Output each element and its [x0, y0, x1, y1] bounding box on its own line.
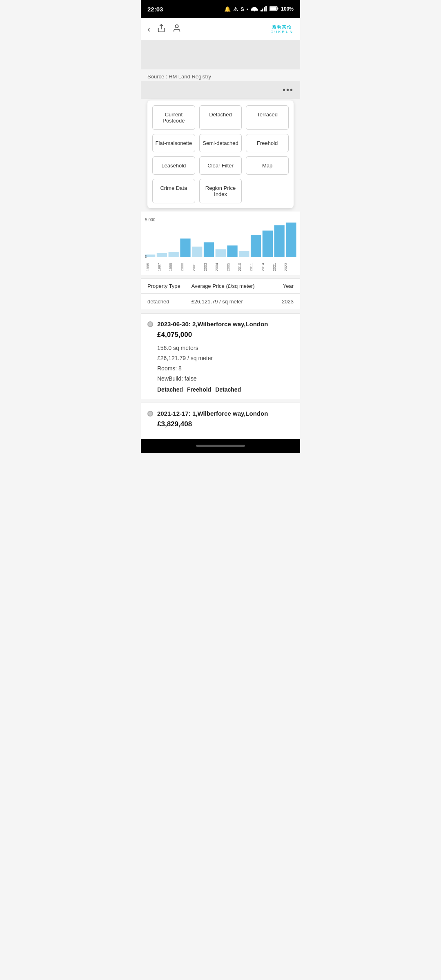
filter-menu: Current PostcodeDetachedTerracedFlat-mai…	[147, 100, 294, 208]
filter-btn-detached[interactable]: Detached	[199, 105, 242, 130]
data-table: Property Type Average Price (£/sq meter)…	[141, 278, 300, 310]
nav-bar: ‹ 跑动英伦 CUKRUN	[141, 18, 300, 41]
bar-2000	[180, 238, 190, 257]
bar-2010	[239, 251, 249, 257]
listing-header: 2021-12-17: 1,Wilberforce way,London	[147, 410, 294, 418]
ad-banner	[141, 41, 300, 69]
svg-rect-1	[262, 9, 263, 11]
svg-text:5,000: 5,000	[145, 218, 156, 222]
listing-address: 2023-06-30: 2,Wilberforce way,London	[157, 320, 268, 328]
bar-2011	[251, 235, 261, 257]
x-label-2014: 2014	[261, 263, 272, 271]
svg-rect-0	[261, 10, 262, 11]
bar-chart: 5,0000	[144, 216, 297, 261]
col1-header: Property Type	[147, 283, 191, 289]
listing-tag: Detached	[215, 386, 241, 393]
x-label-2011: 2011	[249, 263, 261, 271]
bar-2023	[286, 223, 296, 257]
listing-tag: Detached	[157, 386, 183, 393]
bar-2001	[192, 247, 202, 257]
filter-btn-terraced[interactable]: Terraced	[246, 105, 289, 130]
app-logo: 跑动英伦 CUKRUN	[270, 24, 294, 34]
warning-icon: ⚠	[233, 6, 238, 12]
x-label-2023: 2023	[284, 263, 295, 271]
listing-address: 2021-12-17: 1,Wilberforce way,London	[157, 410, 268, 418]
home-bar	[196, 445, 245, 447]
more-options-bar: •••	[141, 81, 300, 99]
status-time: 22:03	[147, 6, 163, 13]
filter-btn-map[interactable]: Map	[246, 156, 289, 175]
listings-container: 2023-06-30: 2,Wilberforce way,London £4,…	[141, 313, 300, 439]
detail-line: £26,121.79 / sq meter	[157, 353, 294, 363]
x-label-2004: 2004	[215, 263, 226, 271]
bar-2014	[263, 231, 273, 257]
signal-icon	[261, 6, 267, 13]
x-label-2010: 2010	[238, 263, 249, 271]
filter-btn-flat-maisonette[interactable]: Flat-maisonette	[152, 134, 195, 152]
notification-icon: 🔔	[224, 6, 231, 12]
listing-details: 156.0 sq meters£26,121.79 / sq meterRoom…	[147, 343, 294, 384]
svg-rect-2	[264, 7, 265, 11]
bar-2004	[216, 249, 226, 257]
table-cell-price: £26,121.79 / sq meter	[191, 298, 264, 305]
svg-text:0: 0	[145, 254, 147, 259]
listing-0: 2023-06-30: 2,Wilberforce way,London £4,…	[141, 313, 300, 399]
more-options-button[interactable]: •••	[283, 85, 294, 95]
filter-btn-region-price-index[interactable]: Region Price Index	[199, 179, 242, 203]
listing-tag: Freehold	[187, 386, 211, 393]
detail-line: 156.0 sq meters	[157, 343, 294, 353]
bar-2021	[274, 225, 284, 257]
filter-btn-semi-detached[interactable]: Semi-detached	[199, 134, 242, 152]
x-label-1997: 1997	[157, 263, 169, 271]
bar-1999	[169, 252, 179, 257]
dot-icon: •	[247, 6, 249, 12]
col2-header: Average Price (£/sq meter)	[191, 283, 264, 289]
chart-container: 5,0000 199519971999200020012003200420052…	[141, 212, 300, 275]
col3-header: Year	[264, 283, 294, 289]
user-button[interactable]	[169, 22, 185, 36]
status-bar: 22:03 🔔 ⚠ S • 100%	[141, 0, 300, 18]
filter-btn-crime-data[interactable]: Crime Data	[152, 179, 195, 203]
x-label-1999: 1999	[169, 263, 180, 271]
filter-btn-leasehold[interactable]: Leasehold	[152, 156, 195, 175]
svg-rect-6	[270, 7, 277, 10]
svg-point-8	[176, 25, 178, 28]
filter-btn-current-postcode[interactable]: Current Postcode	[152, 105, 195, 130]
listing-dot	[147, 321, 153, 327]
battery-icon	[270, 6, 278, 12]
x-label-2000: 2000	[180, 263, 192, 271]
detail-line: NewBuild: false	[157, 374, 294, 384]
listing-price: £3,829,408	[147, 420, 294, 428]
sync-icon: S	[241, 6, 244, 12]
back-button[interactable]: ‹	[147, 22, 154, 36]
status-icons: 🔔 ⚠ S • 100%	[224, 6, 294, 13]
x-label-2003: 2003	[203, 263, 215, 271]
bar-2003	[204, 242, 214, 257]
table-row: detached £26,121.79 / sq meter 2023	[141, 294, 300, 310]
table-cell-year: 2023	[264, 298, 294, 305]
x-label-2001: 2001	[192, 263, 203, 271]
svg-rect-5	[278, 8, 278, 9]
listing-1: 2021-12-17: 1,Wilberforce way,London £3,…	[141, 403, 300, 439]
share-button[interactable]	[154, 22, 169, 36]
svg-rect-3	[265, 6, 267, 11]
detail-line: Rooms: 8	[157, 363, 294, 374]
table-cell-type: detached	[147, 298, 191, 305]
x-label-2005: 2005	[226, 263, 238, 271]
filter-btn-clear-filter[interactable]: Clear Filter	[199, 156, 242, 175]
table-header: Property Type Average Price (£/sq meter)…	[141, 279, 300, 294]
home-indicator	[141, 439, 300, 453]
listing-dot	[147, 411, 153, 416]
listing-header: 2023-06-30: 2,Wilberforce way,London	[147, 320, 294, 328]
table-body: detached £26,121.79 / sq meter 2023	[141, 294, 300, 310]
listing-tags: Detached Freehold Detached	[147, 386, 294, 393]
bar-1997	[157, 253, 167, 257]
listing-price: £4,075,000	[147, 331, 294, 339]
source-label: Source : HM Land Registry	[141, 69, 300, 81]
wifi-icon	[251, 6, 258, 13]
battery-percent: 100%	[281, 6, 294, 12]
x-label-1995: 1995	[146, 263, 157, 271]
filter-btn-freehold[interactable]: Freehold	[246, 134, 289, 152]
bar-2005	[227, 245, 237, 257]
x-label-2021: 2021	[272, 263, 284, 271]
